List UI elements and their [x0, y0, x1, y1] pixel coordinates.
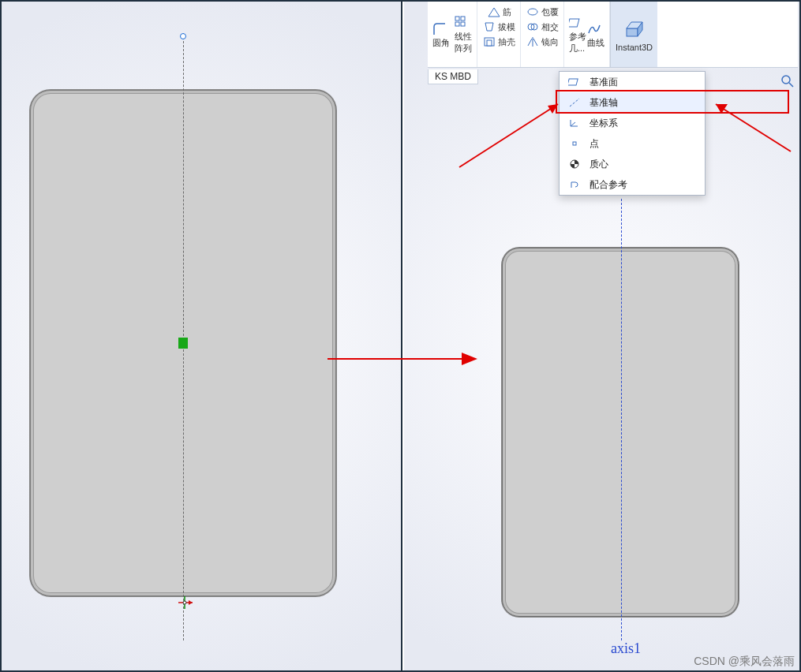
rib-label: 筋	[503, 6, 511, 18]
reference-geometry-button[interactable]: 参考 几...	[569, 16, 586, 54]
mate-ref-icon	[567, 179, 582, 190]
fillet-button[interactable]: 圆角	[432, 22, 450, 49]
menu-mate-ref-label: 配合参考	[590, 178, 627, 192]
reference-axis-line[interactable]	[621, 199, 622, 640]
menu-coord[interactable]: 坐标系	[560, 113, 705, 133]
menu-plane[interactable]: 基准面	[560, 72, 705, 92]
svg-point-10	[528, 9, 537, 15]
origin-marker[interactable]	[175, 595, 194, 610]
menu-axis-label: 基准轴	[590, 96, 618, 110]
svg-marker-1	[189, 600, 193, 605]
linear-pattern-button[interactable]: 线性 阵列	[455, 16, 472, 54]
command-manager-tabs: KS MBD	[428, 68, 478, 85]
svg-rect-6	[455, 22, 459, 26]
svg-rect-17	[568, 79, 578, 85]
menu-point-label: 点	[590, 137, 599, 151]
shell-icon	[482, 35, 496, 49]
fillet-label: 圆角	[432, 37, 450, 49]
right-viewport: 圆角 线性 阵列 筋 拔模 抽壳	[404, 2, 799, 670]
svg-point-3	[183, 601, 186, 604]
svg-line-18	[570, 99, 579, 106]
linear-pattern-label: 线性 阵列	[455, 31, 472, 54]
svg-rect-19	[573, 142, 576, 145]
instant3d-button[interactable]: Instant3D	[610, 2, 657, 67]
menu-mass-center-label: 质心	[590, 158, 608, 171]
coord-system-icon	[567, 118, 582, 129]
menu-axis[interactable]: 基准轴	[560, 92, 705, 113]
draft-button[interactable]: 拔模	[482, 20, 515, 34]
intersect-button[interactable]: 相交	[526, 20, 559, 34]
rib-button[interactable]: 筋	[487, 5, 511, 19]
mirror-icon	[526, 35, 540, 49]
draft-label: 拔模	[498, 21, 515, 33]
reference-geometry-label: 参考 几...	[569, 31, 586, 54]
ribbon-toolbar: 圆角 线性 阵列 筋 拔模 抽壳	[428, 2, 798, 68]
curves-button[interactable]: 曲线	[587, 22, 604, 49]
curves-label: 曲线	[587, 37, 604, 49]
mirror-label: 镜向	[541, 36, 559, 48]
svg-marker-22	[548, 104, 558, 114]
mass-center-icon	[567, 159, 582, 170]
wrap-icon	[526, 5, 540, 19]
menu-point[interactable]: 点	[560, 133, 705, 154]
svg-rect-14	[627, 28, 638, 36]
shell-button[interactable]: 抽壳	[482, 35, 515, 49]
instant3d-icon	[623, 17, 646, 40]
mirror-button[interactable]: 镜向	[526, 35, 559, 49]
axis-icon	[567, 97, 582, 108]
svg-line-16	[789, 83, 793, 87]
menu-mate-ref[interactable]: 配合参考	[560, 174, 705, 195]
zoom-icon[interactable]	[780, 74, 795, 88]
model-part-right[interactable]	[502, 248, 739, 617]
svg-line-21	[459, 104, 558, 167]
instant3d-label: Instant3D	[616, 43, 653, 52]
shell-label: 抽壳	[498, 36, 515, 48]
tab-mbd[interactable]: KS MBD	[428, 69, 478, 84]
intersect-icon	[526, 20, 540, 34]
svg-rect-5	[461, 17, 465, 21]
svg-marker-24	[716, 104, 728, 114]
svg-rect-9	[487, 40, 492, 46]
wrap-label: 包覆	[541, 6, 559, 18]
plane-icon	[567, 77, 582, 88]
point-icon	[567, 138, 582, 149]
menu-coord-label: 坐标系	[590, 117, 618, 130]
wrap-button[interactable]: 包覆	[526, 5, 559, 19]
svg-rect-4	[455, 17, 459, 21]
annotation-arrow-right	[704, 96, 799, 159]
sketch-endpoint[interactable]	[180, 33, 186, 39]
intersect-label: 相交	[541, 21, 559, 33]
svg-point-15	[782, 76, 790, 84]
fillet-icon	[432, 22, 447, 36]
svg-rect-7	[461, 22, 465, 26]
menu-plane-label: 基准面	[590, 76, 618, 89]
midpoint-relation-icon	[178, 338, 188, 349]
menu-mass-center[interactable]: 质心	[560, 154, 705, 174]
reference-geometry-menu: 基准面 基准轴 坐标系 点 质心 配合参考	[559, 71, 706, 196]
rib-icon	[487, 5, 501, 19]
draft-icon	[482, 20, 496, 34]
axis-label: axis1	[611, 640, 641, 657]
linear-pattern-icon	[455, 16, 469, 30]
reference-geometry-icon	[569, 16, 583, 30]
svg-line-23	[716, 104, 791, 151]
left-viewport	[2, 2, 402, 670]
centerline-left	[183, 33, 184, 640]
watermark: CSDN @乘风会落雨	[694, 655, 795, 669]
curves-icon	[587, 22, 601, 36]
svg-rect-13	[569, 19, 579, 27]
